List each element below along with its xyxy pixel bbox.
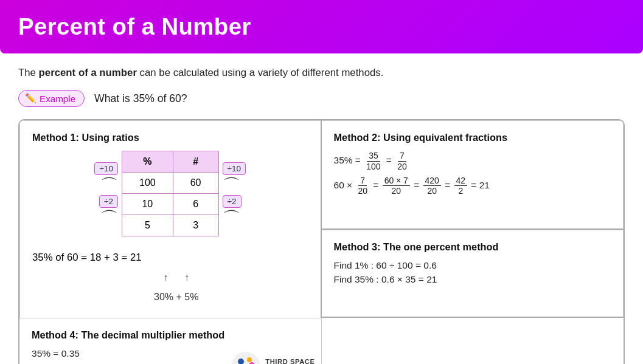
tsl-logo-icon: [231, 352, 260, 364]
method1-box: Method 1: Using ratios ÷10 ⌒ ÷2 ⌒ % #: [19, 120, 322, 318]
right-bracket-bot: ⌒: [223, 214, 240, 222]
right-label-div10: ÷10: [223, 162, 246, 175]
method3-title: Method 3: The one percent method: [334, 241, 611, 253]
method1-result-line2: 30% + 5%: [154, 292, 198, 302]
method1-title: Method 1: Using ratios: [32, 132, 308, 143]
method4-title: Method 4: The decimal multiplier method: [32, 329, 309, 341]
col-header-percent: %: [122, 151, 173, 173]
frac6-den: 2: [456, 186, 465, 196]
right-bracket-top: ⌒: [223, 181, 240, 190]
frac4-den: 20: [390, 186, 403, 196]
left-bracket-top: ⌒: [100, 181, 118, 190]
table-row: 10 6: [122, 194, 219, 215]
method2-line2: 60 × 7 20 = 60 × 7 20 = 420 20 = 42: [334, 176, 611, 197]
method1-eq-line: 35% of 60 = 18 + 3 = 21: [32, 247, 308, 268]
example-row: ✏️ Example What is 35% of 60?: [18, 90, 625, 107]
cell-100: 100: [122, 173, 173, 194]
logo-area: THIRD SPACELEARNING: [231, 352, 315, 364]
method2-box: Method 2: Using equivalent fractions 35%…: [322, 120, 624, 230]
table-row: 5 3: [122, 215, 219, 236]
cell-10: 10: [122, 194, 173, 215]
cell-5: 5: [122, 215, 173, 236]
page-title: Percent of a Number: [18, 13, 625, 40]
col-header-hash: #: [173, 151, 218, 173]
frac4: 60 × 7 20: [383, 176, 410, 197]
frac3-num: 7: [358, 176, 367, 187]
cell-6: 6: [173, 194, 218, 215]
pencil-icon: ✏️: [25, 93, 36, 104]
example-question: What is 35% of 60?: [94, 92, 187, 105]
left-bracket-bot: ⌒: [100, 214, 118, 222]
frac1-den: 100: [364, 162, 382, 172]
frac2: 7 20: [395, 151, 409, 172]
method3-box: Method 3: The one percent method Find 1%…: [322, 230, 624, 318]
frac5: 420 20: [423, 176, 441, 197]
method2-title: Method 2: Using equivalent fractions: [334, 132, 611, 143]
cell-60: 60: [173, 173, 218, 194]
intro-bold: percent of a number: [39, 67, 137, 78]
intro-text-after: can be calculated using a variety of dif…: [140, 67, 384, 78]
method1-arrows: ↑ ↑ 30% + 5%: [44, 268, 308, 307]
intro-text: The percent of a number can be calculate…: [18, 67, 625, 79]
table-row: 100 60: [122, 173, 219, 194]
methods-grid: Method 1: Using ratios ÷10 ⌒ ÷2 ⌒ % #: [18, 119, 625, 364]
left-label-div10: ÷10: [94, 162, 118, 175]
frac3-den: 20: [356, 186, 369, 196]
left-annotations: ÷10 ⌒ ÷2 ⌒: [94, 162, 118, 225]
frac2-den: 20: [395, 162, 409, 172]
method2-line1: 35% = 35 100 = 7 20: [334, 151, 611, 172]
svg-point-0: [231, 352, 260, 364]
example-badge-label: Example: [40, 94, 75, 104]
arrow-up-2: ↑: [184, 272, 189, 283]
cell-3: 3: [173, 215, 218, 236]
frac6-num: 42: [454, 176, 468, 187]
frac3: 7 20: [356, 176, 369, 197]
right-label-div2: ÷2: [223, 195, 242, 208]
example-badge: ✏️ Example: [18, 90, 85, 107]
method3-line1: Find 1% : 60 ÷ 100 = 0.6: [334, 260, 611, 271]
frac5-den: 20: [425, 186, 439, 196]
method3-line2: Find 35% : 0.6 × 35 = 21: [334, 274, 611, 285]
right-annotations: ÷10 ⌒ ÷2 ⌒: [223, 162, 246, 225]
frac4-num: 60 × 7: [383, 176, 410, 187]
method1-result: 35% of 60 = 18 + 3 = 21 ↑ ↑ 30% + 5%: [32, 247, 308, 307]
frac5-num: 420: [423, 176, 441, 187]
frac1: 35 100: [364, 151, 382, 172]
arrow-up-1: ↑: [163, 272, 168, 283]
frac2-num: 7: [398, 151, 406, 162]
header: Percent of a Number: [0, 0, 643, 53]
logo-text: THIRD SPACELEARNING: [265, 357, 315, 364]
ratio-container: ÷10 ⌒ ÷2 ⌒ % # 100 60: [32, 151, 308, 236]
ratio-table: % # 100 60 10 6: [122, 151, 219, 236]
svg-point-3: [247, 357, 252, 362]
frac1-num: 35: [367, 151, 380, 162]
frac6: 42 2: [454, 176, 468, 197]
left-label-div2: ÷2: [99, 195, 118, 208]
method4-box: Method 4: The decimal multiplier method …: [19, 318, 322, 364]
